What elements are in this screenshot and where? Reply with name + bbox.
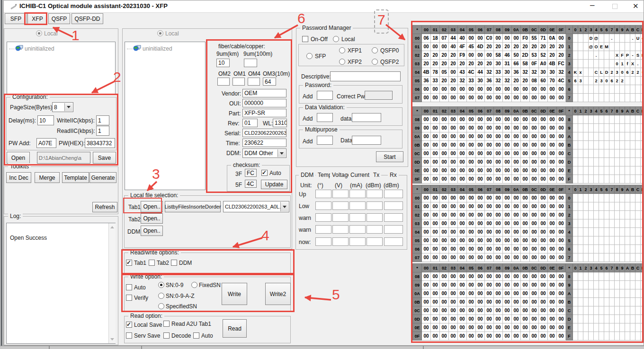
hex-byte-cell[interactable]: 00 bbox=[539, 315, 548, 323]
hex-byte-cell[interactable]: 00 bbox=[503, 298, 512, 306]
hex-byte-cell[interactable]: 00 bbox=[485, 289, 494, 298]
hex-byte-cell[interactable]: 00 bbox=[440, 245, 449, 253]
read-a2u-checkbox[interactable] bbox=[163, 321, 170, 327]
ddm-input[interactable] bbox=[384, 225, 403, 234]
hex-byte-cell[interactable]: 00 bbox=[539, 245, 548, 253]
hex-byte-cell[interactable]: 00 bbox=[449, 202, 458, 211]
sn09az-radio[interactable] bbox=[158, 293, 164, 299]
hex-byte-cell[interactable]: 00 bbox=[431, 219, 440, 228]
hex-byte-cell[interactable]: 00 bbox=[458, 166, 467, 175]
hex-byte-cell[interactable]: F0 bbox=[521, 34, 530, 43]
hex-byte-cell[interactable]: 00 bbox=[431, 228, 440, 236]
hex-byte-cell[interactable]: 00 bbox=[440, 289, 449, 298]
hex-byte-cell[interactable]: 00 bbox=[449, 323, 458, 332]
hex-byte-cell[interactable]: 00 bbox=[458, 289, 467, 298]
hex-byte-cell[interactable]: 00 bbox=[503, 175, 512, 183]
hex-byte-cell[interactable]: 00 bbox=[422, 272, 431, 281]
hex-byte-cell[interactable]: 00 bbox=[512, 298, 521, 306]
pm-sfp-radio[interactable] bbox=[306, 53, 313, 59]
hex-byte-cell[interactable]: 00 bbox=[485, 315, 494, 323]
ddm-input[interactable] bbox=[367, 213, 383, 222]
hex-byte-cell[interactable]: 00 bbox=[539, 323, 548, 332]
hex-byte-cell[interactable]: 00 bbox=[539, 94, 548, 102]
hex-byte-cell[interactable]: 20 bbox=[449, 51, 458, 60]
rev-input[interactable]: 01 bbox=[242, 119, 258, 127]
rw-ddm-checkbox[interactable] bbox=[171, 260, 177, 266]
tab-xfp[interactable]: XFP bbox=[27, 13, 47, 24]
hex-byte-cell[interactable]: 00 bbox=[440, 211, 449, 219]
hex-byte-cell[interactable]: 00 bbox=[449, 194, 458, 202]
hex-byte-cell[interactable]: 00 bbox=[548, 115, 557, 124]
hex-byte-cell[interactable]: 00 bbox=[476, 253, 485, 262]
hex-byte-cell[interactable]: 00 bbox=[548, 166, 557, 175]
hex-byte-cell[interactable]: 00 bbox=[503, 211, 512, 219]
hex-byte-cell[interactable]: 00 bbox=[467, 85, 476, 94]
hex-byte-cell[interactable]: 00 bbox=[503, 245, 512, 253]
hex-byte-cell[interactable]: 00 bbox=[557, 211, 566, 219]
hex-byte-cell[interactable]: 30 bbox=[476, 77, 485, 85]
hex-byte-cell[interactable]: 00 bbox=[494, 166, 503, 175]
ddm-input[interactable] bbox=[384, 190, 403, 198]
hex-byte-cell[interactable]: 00 bbox=[449, 289, 458, 298]
hex-byte-cell[interactable]: 00 bbox=[440, 236, 449, 245]
hex-byte-cell[interactable]: 00 bbox=[512, 94, 521, 102]
hex-byte-cell[interactable]: 00 bbox=[548, 219, 557, 228]
hex-byte-cell[interactable]: 00 bbox=[476, 115, 485, 124]
hex-byte-cell[interactable]: 00 bbox=[467, 219, 476, 228]
hex-byte-cell[interactable]: 00 bbox=[548, 253, 557, 262]
hex-byte-cell[interactable]: 00 bbox=[557, 315, 566, 323]
hex-byte-cell[interactable]: 58 bbox=[494, 51, 503, 60]
hex-byte-cell[interactable]: 00 bbox=[530, 315, 539, 323]
hex-byte-cell[interactable]: 00 bbox=[431, 194, 440, 202]
hex-byte-cell[interactable]: 00 bbox=[476, 94, 485, 102]
hex-byte-cell[interactable]: 00 bbox=[440, 228, 449, 236]
hex-byte-cell[interactable]: 32 bbox=[458, 77, 467, 85]
hex-byte-cell[interactable]: 00 bbox=[521, 94, 530, 102]
hex-byte-cell[interactable]: 00 bbox=[557, 34, 566, 43]
hex-byte-cell[interactable]: 00 bbox=[431, 323, 440, 332]
chevron-down-icon[interactable] bbox=[277, 149, 286, 157]
hex-byte-cell[interactable]: 00 bbox=[449, 219, 458, 228]
hex-byte-cell[interactable]: 00 bbox=[494, 85, 503, 94]
file-path-field[interactable]: D:\1AbianCheng\a bbox=[37, 152, 90, 164]
hex-byte-cell[interactable]: 00 bbox=[494, 323, 503, 332]
hex-byte-cell[interactable]: 00 bbox=[476, 132, 485, 141]
hex-byte-cell[interactable]: 00 bbox=[512, 132, 521, 141]
hex-byte-cell[interactable]: 00 bbox=[530, 323, 539, 332]
hex-byte-cell[interactable]: 00 bbox=[557, 253, 566, 262]
hex-byte-cell[interactable]: 00 bbox=[485, 245, 494, 253]
pm-local-radio[interactable] bbox=[333, 36, 339, 42]
hex-byte-cell[interactable]: 00 bbox=[440, 202, 449, 211]
hex-byte-cell[interactable]: 07 bbox=[440, 34, 449, 43]
hex-byte-cell[interactable]: 00 bbox=[440, 124, 449, 132]
hex-byte-cell[interactable]: 20 bbox=[512, 77, 521, 85]
hex-byte-cell[interactable]: 00 bbox=[494, 272, 503, 281]
hex-byte-cell[interactable]: 00 bbox=[530, 94, 539, 102]
left-tree-item[interactable]: uninitialized bbox=[25, 45, 54, 52]
mp-add-input[interactable] bbox=[317, 136, 333, 145]
hex-byte-cell[interactable]: 00 bbox=[503, 202, 512, 211]
hex-byte-cell[interactable]: 0A bbox=[548, 34, 557, 43]
hex-byte-cell[interactable]: 00 bbox=[485, 236, 494, 245]
hex-byte-cell[interactable]: 20 bbox=[476, 60, 485, 68]
hex-byte-cell[interactable]: 00 bbox=[548, 202, 557, 211]
hex-byte-cell[interactable]: 00 bbox=[548, 158, 557, 166]
hex-byte-cell[interactable]: 00 bbox=[485, 115, 494, 124]
hex-byte-cell[interactable]: 53 bbox=[530, 51, 539, 60]
hex-byte-cell[interactable]: 00 bbox=[431, 158, 440, 166]
hex-byte-cell[interactable]: 00 bbox=[503, 236, 512, 245]
middle-module-tree[interactable] bbox=[125, 42, 206, 190]
hex-byte-cell[interactable]: 00 bbox=[557, 141, 566, 149]
hex-byte-cell[interactable]: 00 bbox=[422, 298, 431, 306]
hex-byte-cell[interactable]: 00 bbox=[440, 332, 449, 340]
hex-byte-cell[interactable]: 00 bbox=[476, 323, 485, 332]
inc-dec-button[interactable]: Inc Dec bbox=[6, 172, 31, 183]
hex-byte-cell[interactable]: 2D bbox=[521, 51, 530, 60]
hex-byte-cell[interactable]: 00 bbox=[512, 306, 521, 315]
hex-byte-cell[interactable]: 20 bbox=[557, 43, 566, 51]
hex-byte-cell[interactable]: 00 bbox=[503, 94, 512, 102]
hex-byte-cell[interactable]: 00 bbox=[458, 194, 467, 202]
hex-byte-cell[interactable]: 00 bbox=[440, 115, 449, 124]
ddm-input[interactable] bbox=[367, 190, 383, 198]
hex-byte-cell[interactable]: 00 bbox=[548, 228, 557, 236]
